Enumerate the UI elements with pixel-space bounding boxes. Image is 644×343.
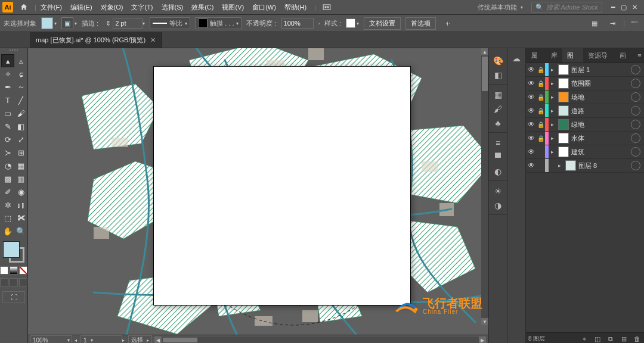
layer-name[interactable]: 建筑	[571, 148, 631, 157]
layer-name[interactable]: 图层 8	[578, 161, 631, 170]
app-logo[interactable]: Ai	[2, 2, 13, 13]
gradient-tool[interactable]: ▥	[14, 172, 27, 185]
gradient-panel-icon[interactable]: ▀	[491, 151, 504, 164]
layer-row[interactable]: 👁🔒▸水体	[526, 132, 644, 145]
bridge-icon[interactable]	[320, 0, 334, 14]
layer-row[interactable]: 👁🔒▸道路	[526, 104, 644, 118]
minimize-icon[interactable]: ━	[609, 4, 617, 11]
draw-normal-icon[interactable]	[0, 278, 8, 286]
stroke-profile-select[interactable]: 等比▾	[150, 17, 190, 29]
stroke-swatch[interactable]: ▣	[61, 17, 73, 29]
maximize-icon[interactable]: ▢	[620, 4, 627, 11]
menu-edit[interactable]: 编辑(E)	[66, 0, 97, 14]
scroll-thumb[interactable]	[482, 57, 488, 91]
status-tool-select[interactable]: 选择▸	[128, 335, 152, 343]
lasso-tool[interactable]: ɕ	[14, 67, 27, 80]
panel-menu-icon[interactable]: ≡	[635, 48, 644, 63]
new-sublayer-icon[interactable]: ⧉	[606, 334, 615, 343]
tab-library[interactable]: 库	[546, 48, 562, 63]
home-icon[interactable]	[19, 2, 29, 12]
perspective-tool[interactable]: ▦	[14, 159, 27, 172]
make-clip-icon[interactable]: ◫	[593, 334, 602, 343]
line-tool[interactable]: ╱	[14, 93, 27, 107]
scrollbar-horizontal[interactable]: ◀ ▶	[152, 336, 488, 343]
panel-grip-icon[interactable]: ┅┅	[628, 19, 640, 27]
align-icon[interactable]: ⫞·	[441, 16, 455, 30]
libraries-icon[interactable]: ☁	[510, 52, 523, 65]
type-tool[interactable]: T	[1, 93, 14, 107]
artboard-next-icon[interactable]: ▸	[122, 338, 125, 343]
chevron-down-icon[interactable]: ▾	[357, 21, 359, 26]
tab-layers[interactable]: 图层	[562, 48, 583, 63]
scroll-right-icon[interactable]: ▶	[479, 336, 486, 343]
transparency-panel-icon[interactable]: ◐	[491, 165, 504, 178]
scale-tool[interactable]: ⤢	[14, 133, 27, 146]
expand-toggle-icon[interactable]: ▸	[549, 67, 556, 73]
magic-wand-tool[interactable]: ✧	[1, 67, 14, 80]
zoom-select[interactable]: 100%▾	[30, 335, 72, 343]
layer-name[interactable]: 绿地	[571, 120, 631, 129]
expand-toggle-icon[interactable]: ▸	[556, 163, 563, 169]
blend-tool[interactable]: ◉	[14, 185, 27, 198]
tab-properties[interactable]: 属性	[526, 48, 546, 63]
hand-tool[interactable]: ✋	[1, 224, 14, 238]
layer-name[interactable]: 范围圈	[571, 79, 631, 88]
search-stock[interactable]: 🔍 搜索 Adobe Stock	[531, 2, 602, 13]
scroll-thumb[interactable]	[163, 338, 197, 342]
fill-swatch[interactable]	[41, 17, 53, 29]
layer-target-icon[interactable]	[631, 106, 640, 116]
swatches-panel-icon[interactable]: ▦	[491, 88, 504, 101]
layer-target-icon[interactable]	[631, 79, 640, 88]
scroll-track[interactable]	[162, 337, 479, 343]
artboard-tool[interactable]: ⬚	[1, 211, 14, 224]
color-none-icon[interactable]	[19, 266, 27, 275]
workspace-switcher[interactable]: 传统基本功能 ▾	[473, 3, 528, 12]
panel-collapse-icon[interactable]: ⇥	[605, 16, 620, 30]
scroll-down-icon[interactable]: ▼	[481, 318, 488, 325]
visibility-toggle-icon[interactable]: 👁	[526, 120, 537, 129]
eraser-tool[interactable]: ◧	[14, 120, 27, 133]
visibility-toggle-icon[interactable]: 👁	[526, 134, 537, 142]
scroll-up-icon[interactable]: ▲	[481, 48, 488, 55]
document-tab[interactable]: map [已恢复].ai* @ 100% (RGB/预览) ✕	[30, 32, 162, 48]
new-layer-icon[interactable]: ⊞	[619, 334, 628, 343]
draw-behind-icon[interactable]	[10, 278, 18, 286]
document-setup-button[interactable]: 文档设置	[364, 17, 401, 30]
fill-color-icon[interactable]	[3, 241, 20, 258]
lock-toggle-icon[interactable]: 🔒	[537, 121, 545, 128]
stroke-panel-icon[interactable]: ≡	[491, 136, 504, 149]
shaper-tool[interactable]: ✎	[1, 120, 14, 133]
artboard-nav-select[interactable]: 1▾	[80, 335, 122, 343]
layer-name[interactable]: 图层 1	[571, 66, 631, 74]
scrollbar-vertical[interactable]: ▲ ▼	[481, 48, 488, 325]
appearance-panel-icon[interactable]: ☀	[491, 185, 504, 198]
slice-tool[interactable]: ✀	[14, 211, 27, 224]
chevron-down-icon[interactable]: ▾	[143, 21, 145, 26]
layer-target-icon[interactable]	[631, 133, 640, 143]
rectangle-tool[interactable]: ▭	[1, 107, 14, 120]
expand-toggle-icon[interactable]: ▸	[549, 94, 556, 100]
lock-toggle-icon[interactable]: 🔒	[537, 80, 545, 87]
brushes-panel-icon[interactable]: 🖌	[491, 102, 504, 116]
layer-row[interactable]: 👁▸图层 8	[526, 159, 644, 173]
layer-row[interactable]: 👁🔒▸绿地	[526, 118, 644, 132]
close-icon[interactable]: ✕	[631, 4, 638, 11]
menu-file[interactable]: 文件(F)	[36, 0, 66, 14]
layer-row[interactable]: 👁🔒▸图层 1	[526, 63, 644, 77]
menu-select[interactable]: 选择(S)	[157, 0, 188, 14]
preferences-button[interactable]: 首选项	[405, 17, 436, 30]
menu-window[interactable]: 窗口(W)	[248, 0, 280, 14]
paintbrush-tool[interactable]: 🖌	[14, 107, 27, 120]
expand-toggle-icon[interactable]: ▸	[549, 108, 556, 114]
color-gradient-icon[interactable]	[10, 266, 18, 275]
zoom-tool[interactable]: 🔍	[14, 224, 27, 238]
layer-target-icon[interactable]	[631, 120, 640, 129]
menu-object[interactable]: 对象(O)	[97, 0, 128, 14]
close-tab-icon[interactable]: ✕	[150, 36, 156, 44]
layer-row[interactable]: 👁🔒▸场地	[526, 91, 644, 104]
layer-target-icon[interactable]	[631, 92, 640, 102]
menu-effect[interactable]: 效果(C)	[187, 0, 218, 14]
fill-stroke-control[interactable]	[3, 241, 24, 263]
layer-row[interactable]: 👁🔒▸范围圈	[526, 77, 644, 91]
direct-selection-tool[interactable]: ▵	[14, 54, 27, 67]
